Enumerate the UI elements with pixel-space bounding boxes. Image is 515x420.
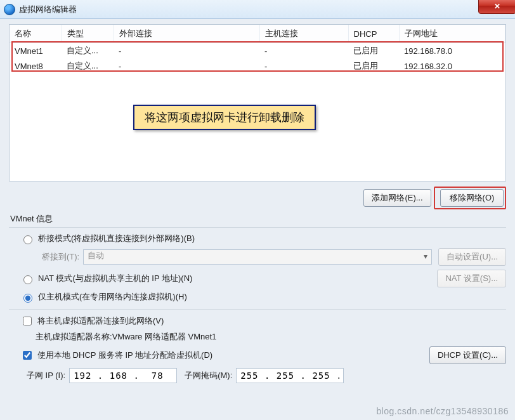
window-title: 虚拟网络编辑器 (19, 4, 77, 15)
annotation-highlight-remove: 移除网络(O) (434, 187, 506, 209)
nat-mode-radio[interactable] (23, 275, 32, 284)
close-icon: ✕ (494, 2, 500, 11)
cell-host: - (259, 58, 348, 74)
subnet-mask-label: 子网掩码(M): (185, 370, 232, 381)
dhcp-settings-button[interactable]: DHCP 设置(C)... (429, 346, 506, 364)
adapter-line-prefix: 主机虚拟适配器名称: (36, 331, 112, 343)
cell-external: - (114, 43, 259, 59)
adapter-name: VMware 网络适配器 VMnet1 (112, 331, 217, 343)
col-external[interactable]: 外部连接 (114, 25, 259, 43)
subnet-ip-label: 子网 IP (I): (27, 370, 65, 381)
cell-type: 自定义... (62, 58, 114, 74)
bridge-to-row: 桥接到(T): 自动 自动设置(U)... (42, 248, 506, 266)
use-dhcp-row: 使用本地 DHCP 服务将 IP 地址分配给虚拟机(D) DHCP 设置(C).… (20, 346, 506, 364)
col-subnet[interactable]: 子网地址 (399, 25, 505, 43)
app-icon (4, 4, 15, 15)
table-row[interactable]: VMnet8 自定义... - - 已启用 192.168.32.0 (10, 58, 505, 74)
nat-mode-radio-label[interactable]: NAT 模式(与虚拟机共享主机的 IP 地址)(N) (20, 273, 192, 284)
cell-external: - (114, 58, 259, 74)
nat-settings-button[interactable]: NAT 设置(S)... (437, 270, 506, 287)
host-only-radio-label[interactable]: 仅主机模式(在专用网络内连接虚拟机)(H) (20, 291, 187, 303)
network-buttons-row: 添加网络(E)... 移除网络(O) (9, 187, 506, 209)
col-type[interactable]: 类型 (62, 25, 114, 43)
subnet-row: 子网 IP (I): 子网掩码(M): (27, 368, 506, 383)
table-header-row: 名称 类型 外部连接 主机连接 DHCP 子网地址 (10, 25, 505, 43)
bridge-to-select[interactable]: 自动 (83, 249, 432, 265)
bridge-mode-radio-label[interactable]: 桥接模式(将虚拟机直接连接到外部网络)(B) (20, 233, 195, 244)
add-network-button[interactable]: 添加网络(E)... (363, 189, 431, 207)
use-dhcp-text: 使用本地 DHCP 服务将 IP 地址分配给虚拟机(D) (37, 350, 212, 361)
host-only-row: 仅主机模式(在专用网络内连接虚拟机)(H) (20, 291, 506, 303)
subnet-ip-input[interactable] (69, 368, 177, 383)
nat-mode-row: NAT 模式(与虚拟机共享主机的 IP 地址)(N) NAT 设置(S)... (20, 270, 506, 287)
host-only-radio[interactable] (23, 294, 32, 303)
connect-adapter-checkbox-label[interactable]: 将主机虚拟适配器连接到此网络(V) (20, 315, 164, 327)
table-row[interactable]: VMnet1 自定义... - - 已启用 192.168.78.0 (10, 43, 505, 59)
use-dhcp-checkbox[interactable] (23, 351, 32, 360)
bridge-mode-text: 桥接模式(将虚拟机直接连接到外部网络)(B) (38, 233, 195, 244)
cell-name: VMnet8 (10, 58, 62, 74)
col-name[interactable]: 名称 (10, 25, 62, 43)
network-table[interactable]: 名称 类型 外部连接 主机连接 DHCP 子网地址 VMnet1 自定义... … (9, 24, 506, 181)
bridge-mode-radio[interactable] (23, 235, 32, 244)
connect-adapter-text: 将主机虚拟适配器连接到此网络(V) (37, 315, 164, 327)
use-dhcp-checkbox-label[interactable]: 使用本地 DHCP 服务将 IP 地址分配给虚拟机(D) (20, 349, 212, 362)
vmnet-info-group-title: VMnet 信息 (10, 213, 506, 225)
bridge-to-label: 桥接到(T): (42, 251, 79, 263)
close-button[interactable]: ✕ (478, 0, 515, 14)
cell-name: VMnet1 (10, 43, 62, 59)
col-host[interactable]: 主机连接 (259, 25, 348, 43)
annotation-callout: 将这两项虚拟网卡进行卸载删除 (133, 105, 316, 130)
adapter-name-row: 主机虚拟适配器名称: VMware 网络适配器 VMnet1 (36, 331, 506, 343)
cell-type: 自定义... (62, 43, 114, 59)
bridge-mode-row: 桥接模式(将虚拟机直接连接到外部网络)(B) (20, 233, 506, 244)
remove-network-button[interactable]: 移除网络(O) (440, 189, 504, 207)
cell-dhcp: 已启用 (348, 58, 399, 74)
cell-subnet: 192.168.78.0 (399, 43, 505, 59)
title-bar: 虚拟网络编辑器 ✕ (0, 0, 515, 19)
col-dhcp[interactable]: DHCP (348, 25, 399, 43)
connect-adapter-checkbox[interactable] (23, 317, 32, 325)
cell-host: - (259, 43, 348, 59)
auto-settings-button[interactable]: 自动设置(U)... (438, 248, 506, 266)
watermark-text: blog.csdn.net/czg13548930186 (376, 406, 509, 416)
bridge-to-value: 自动 (88, 251, 104, 260)
host-only-text: 仅主机模式(在专用网络内连接虚拟机)(H) (38, 291, 187, 303)
subnet-mask-input[interactable] (236, 368, 344, 383)
nat-mode-text: NAT 模式(与虚拟机共享主机的 IP 地址)(N) (38, 273, 192, 284)
cell-dhcp: 已启用 (348, 43, 399, 59)
cell-subnet: 192.168.32.0 (399, 58, 505, 74)
connect-adapter-row: 将主机虚拟适配器连接到此网络(V) (20, 315, 506, 327)
